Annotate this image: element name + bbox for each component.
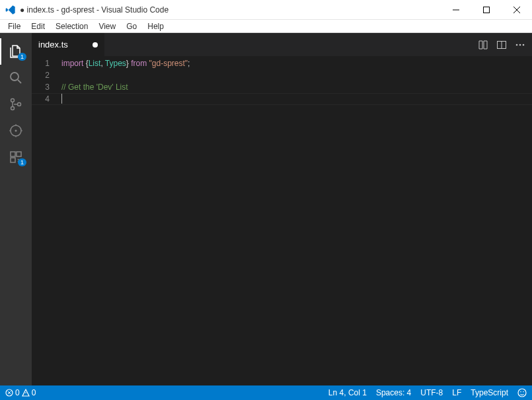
menu-bar: File Edit Selection View Go Help	[0, 20, 532, 33]
search-icon	[8, 70, 24, 86]
ellipsis-icon	[515, 40, 525, 50]
warning-icon	[22, 389, 30, 397]
title-bar: ● index.ts - gd-sprest - Visual Studio C…	[0, 0, 532, 20]
svg-point-9	[519, 44, 521, 46]
activity-scm[interactable]	[0, 91, 32, 117]
menu-selection[interactable]: Selection	[50, 22, 93, 31]
code-line	[61, 69, 523, 81]
code-content: import {List, Types} from "gd-sprest"; /…	[61, 57, 523, 385]
split-editor-button[interactable]	[496, 40, 507, 50]
status-cursor-position[interactable]: Ln 4, Col 1	[328, 388, 367, 397]
line-number: 2	[32, 69, 50, 81]
code-line: import {List, Types} from "gd-sprest";	[61, 57, 523, 69]
status-bar: 0 0 Ln 4, Col 1 Spaces: 4 UTF-8 LF TypeS…	[0, 385, 532, 400]
code-editor[interactable]: 1 2 3 4 import {List, Types} from "gd-sp…	[32, 56, 532, 385]
editor-area: index.ts 1 2 3 4	[32, 33, 532, 385]
svg-point-12	[518, 389, 526, 397]
diff-icon	[478, 40, 488, 50]
svg-point-1	[11, 73, 19, 81]
main-area: 1 1 index.ts	[0, 33, 532, 385]
editor-scrollbar[interactable]	[523, 57, 532, 385]
code-line: // Get the 'Dev' List	[61, 81, 523, 93]
activity-extensions[interactable]: 1	[0, 144, 32, 170]
activity-debug[interactable]	[0, 117, 32, 144]
maximize-button[interactable]	[471, 0, 502, 20]
tab-bar: index.ts	[32, 33, 532, 56]
debug-icon	[8, 123, 24, 139]
svg-point-2	[11, 99, 15, 102]
tab-label: index.ts	[38, 40, 68, 50]
code-line	[61, 93, 523, 105]
activity-explorer[interactable]: 1	[0, 38, 32, 65]
svg-point-8	[516, 44, 518, 46]
tab-actions	[471, 40, 532, 50]
window-controls	[441, 0, 532, 20]
smiley-icon	[517, 388, 527, 397]
error-icon	[5, 389, 13, 397]
svg-rect-0	[484, 7, 490, 13]
status-eol[interactable]: LF	[452, 388, 461, 397]
scm-badge: 1	[18, 158, 26, 166]
source-control-icon	[8, 96, 24, 112]
status-indentation[interactable]: Spaces: 4	[376, 388, 411, 397]
status-left: 0 0	[5, 388, 36, 397]
svg-point-14	[523, 391, 524, 393]
vscode-logo-icon	[5, 5, 16, 15]
menu-view[interactable]: View	[93, 22, 121, 31]
status-feedback[interactable]	[517, 388, 527, 397]
minimize-button[interactable]	[441, 0, 471, 20]
menu-go[interactable]: Go	[121, 22, 142, 31]
text-cursor	[61, 94, 62, 104]
explorer-badge: 1	[18, 53, 26, 61]
svg-point-3	[11, 107, 15, 110]
menu-help[interactable]: Help	[142, 22, 169, 31]
tab-index-ts[interactable]: index.ts	[32, 33, 104, 56]
window-title: ● index.ts - gd-sprest - Visual Studio C…	[20, 5, 441, 15]
close-button[interactable]	[502, 0, 532, 20]
line-number: 3	[32, 81, 50, 93]
line-number-gutter: 1 2 3 4	[32, 57, 61, 385]
status-language[interactable]: TypeScript	[471, 388, 508, 397]
more-actions-button[interactable]	[515, 40, 525, 50]
activity-bar: 1 1	[0, 33, 32, 385]
line-number: 4	[32, 93, 50, 105]
svg-point-10	[523, 44, 525, 46]
status-problems[interactable]: 0 0	[5, 388, 36, 397]
status-encoding[interactable]: UTF-8	[420, 388, 443, 397]
dirty-indicator-icon	[93, 42, 98, 48]
menu-file[interactable]: File	[3, 22, 26, 31]
line-number: 1	[32, 57, 50, 69]
compare-changes-button[interactable]	[478, 40, 488, 50]
activity-search[interactable]	[0, 65, 32, 91]
status-right: Ln 4, Col 1 Spaces: 4 UTF-8 LF TypeScrip…	[328, 388, 527, 397]
menu-edit[interactable]: Edit	[26, 22, 50, 31]
split-icon	[496, 40, 507, 50]
svg-point-4	[18, 103, 21, 106]
svg-point-13	[520, 391, 521, 393]
svg-point-6	[15, 130, 17, 132]
